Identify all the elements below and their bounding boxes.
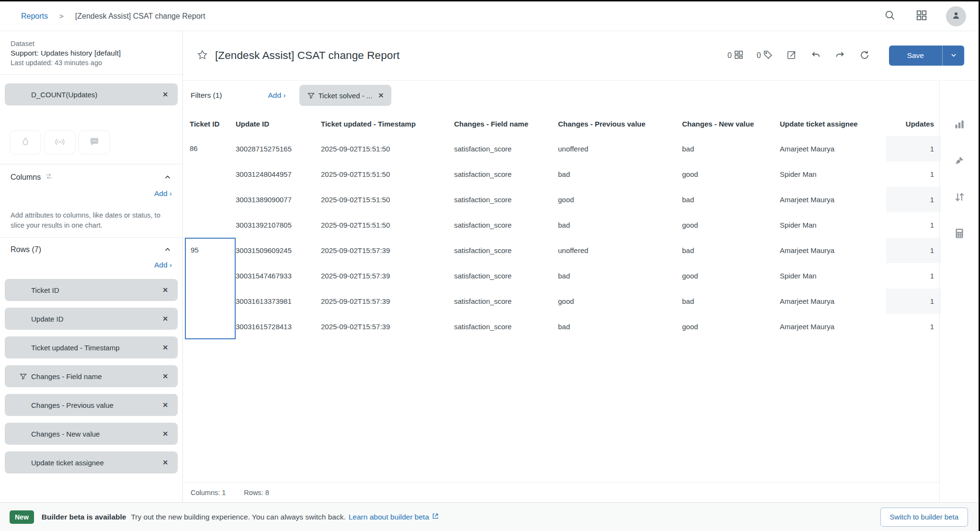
cell-timestamp[interactable]: 2025-09-02T15:51:50 xyxy=(321,162,454,187)
favorite-button[interactable] xyxy=(196,49,208,62)
cell-assignee[interactable]: Amarjeet Maurya xyxy=(780,187,886,212)
cell-update-id[interactable]: 30031613373981 xyxy=(236,289,321,314)
cell-updates[interactable]: 1 xyxy=(886,162,941,187)
remove-ticket-solved-button[interactable]: ✕ xyxy=(378,92,384,99)
apps-grid-button[interactable] xyxy=(914,8,929,24)
cell-previous-value[interactable]: bad xyxy=(558,314,682,339)
breadcrumb-reports-link[interactable]: Reports xyxy=(21,12,48,21)
remove-update-ticket-assignee-button[interactable]: ✕ xyxy=(162,459,168,466)
chip-changes-new-value[interactable]: Changes - New value ✕ xyxy=(5,423,178,445)
chip-ticket-solved[interactable]: Ticket solved - ... ✕ xyxy=(299,85,392,106)
cell-updates[interactable]: 1 xyxy=(886,238,941,263)
cell-assignee[interactable]: Amarjeet Maurya xyxy=(780,238,886,263)
chip-ticket-updated-timestamp[interactable]: Ticket updated - Timestamp ✕ xyxy=(5,336,178,358)
cell-updates[interactable]: 1 xyxy=(886,136,941,162)
cell-new-value[interactable]: bad xyxy=(682,238,780,263)
remove-changes-previous-value-button[interactable]: ✕ xyxy=(162,402,168,408)
learn-builder-beta-link[interactable]: Learn about builder beta xyxy=(349,512,439,522)
cell-timestamp[interactable]: 2025-09-02T15:51:50 xyxy=(321,187,454,212)
columns-add-link[interactable]: Add › xyxy=(154,189,172,198)
dashboards-count-button[interactable]: 0 xyxy=(728,49,744,62)
remove-changes-new-value-button[interactable]: ✕ xyxy=(162,430,168,437)
remove-ticket-id-button[interactable]: ✕ xyxy=(162,287,168,293)
tags-count-button[interactable]: 0 xyxy=(757,49,773,62)
calculations-button[interactable] xyxy=(952,226,967,242)
cell-new-value[interactable]: bad xyxy=(682,136,780,162)
remove-update-id-button[interactable]: ✕ xyxy=(162,315,168,322)
cell-update-id[interactable]: 30028715275165 xyxy=(236,136,321,162)
switch-to-builder-beta-button[interactable]: Switch to builder beta xyxy=(880,508,968,527)
remove-d-count-updates-button[interactable]: ✕ xyxy=(162,91,168,98)
remove-ticket-updated-timestamp-button[interactable]: ✕ xyxy=(162,344,168,351)
cell-assignee[interactable]: Spider Man xyxy=(780,162,886,187)
cell-field-name[interactable]: satisfaction_score xyxy=(454,162,558,187)
search-button[interactable] xyxy=(883,8,897,24)
cell-timestamp[interactable]: 2025-09-02T15:51:50 xyxy=(321,136,454,162)
chip-ticket-id[interactable]: Ticket ID ✕ xyxy=(5,279,178,301)
cell-previous-value[interactable]: bad xyxy=(558,162,682,187)
cell-field-name[interactable]: satisfaction_score xyxy=(454,289,558,314)
cell-update-id[interactable]: 30031547467933 xyxy=(236,263,321,289)
cell-assignee[interactable]: Spider Man xyxy=(780,212,886,238)
remove-changes-field-name-button[interactable]: ✕ xyxy=(162,373,168,380)
edit-button[interactable] xyxy=(786,49,797,62)
filters-add-link[interactable]: Add › xyxy=(268,91,285,100)
cell-previous-value[interactable]: unoffered xyxy=(558,238,682,263)
cell-assignee[interactable]: Amarjeet Maurya xyxy=(780,314,886,339)
cell-timestamp[interactable]: 2025-09-02T15:57:39 xyxy=(321,314,454,339)
cell-new-value[interactable]: bad xyxy=(682,187,780,212)
cell-field-name[interactable]: satisfaction_score xyxy=(454,238,558,263)
cell-updates[interactable]: 1 xyxy=(886,314,941,339)
cell-new-value[interactable]: good xyxy=(682,212,780,238)
cell-field-name[interactable]: satisfaction_score xyxy=(454,314,558,339)
cell-previous-value[interactable]: bad xyxy=(558,212,682,238)
user-avatar[interactable] xyxy=(946,6,966,26)
cell-update-id[interactable]: 30031615728413 xyxy=(236,314,321,339)
cell-updates[interactable]: 1 xyxy=(886,187,941,212)
cell-timestamp[interactable]: 2025-09-02T15:57:39 xyxy=(321,238,454,263)
cell-previous-value[interactable]: unoffered xyxy=(558,136,682,162)
comment-tool-button[interactable] xyxy=(79,130,110,154)
chip-update-id[interactable]: Update ID ✕ xyxy=(5,308,178,330)
cell-ticket-id-95[interactable]: 95 xyxy=(185,238,236,339)
cell-update-id[interactable]: 30031389090077 xyxy=(236,187,321,212)
cell-new-value[interactable]: bad xyxy=(682,289,780,314)
save-options-button[interactable] xyxy=(942,46,964,66)
cell-updates[interactable]: 1 xyxy=(886,212,941,238)
cell-new-value[interactable]: good xyxy=(682,314,780,339)
sort-button[interactable] xyxy=(952,190,967,206)
cell-updates[interactable]: 1 xyxy=(886,289,941,314)
collapse-columns-chevron-icon[interactable] xyxy=(163,173,172,182)
cell-field-name[interactable]: satisfaction_score xyxy=(454,187,558,212)
chip-changes-field-name[interactable]: Changes - Field name ✕ xyxy=(5,365,178,387)
chart-style-button[interactable] xyxy=(952,153,967,169)
cell-field-name[interactable]: satisfaction_score xyxy=(454,136,558,162)
cell-ticket-id-86[interactable]: 86 xyxy=(190,136,236,238)
cell-previous-value[interactable]: bad xyxy=(558,263,682,289)
redo-button[interactable] xyxy=(834,49,846,62)
drop-tool-button[interactable] xyxy=(10,130,41,154)
cell-previous-value[interactable]: good xyxy=(558,187,682,212)
cell-update-id[interactable]: 30031248044957 xyxy=(236,162,321,187)
cell-update-id[interactable]: 30031509609245 xyxy=(236,238,321,263)
undo-button[interactable] xyxy=(810,49,821,62)
cell-timestamp[interactable]: 2025-09-02T15:57:39 xyxy=(321,263,454,289)
cell-timestamp[interactable]: 2025-09-02T15:57:39 xyxy=(321,289,454,314)
cell-field-name[interactable]: satisfaction_score xyxy=(454,263,558,289)
collapse-rows-chevron-icon[interactable] xyxy=(163,245,172,254)
chip-d-count-updates[interactable]: D_COUNT(Updates) ✕ xyxy=(5,83,178,105)
cell-previous-value[interactable]: good xyxy=(558,289,682,314)
cell-timestamp[interactable]: 2025-09-02T15:51:50 xyxy=(321,212,454,238)
cell-assignee[interactable]: Amarjeet Maurya xyxy=(780,136,886,162)
cell-field-name[interactable]: satisfaction_score xyxy=(454,212,558,238)
rows-add-link[interactable]: Add › xyxy=(154,261,172,269)
cell-assignee[interactable]: Amarjeet Maurya xyxy=(780,289,886,314)
chart-type-button[interactable] xyxy=(952,117,967,133)
chip-update-ticket-assignee[interactable]: Update ticket assignee ✕ xyxy=(5,451,178,473)
chip-changes-previous-value[interactable]: Changes - Previous value ✕ xyxy=(5,394,178,416)
refresh-button[interactable] xyxy=(859,49,870,62)
cell-updates[interactable]: 1 xyxy=(886,263,941,289)
cell-new-value[interactable]: good xyxy=(682,263,780,289)
cell-assignee[interactable]: Spider Man xyxy=(780,263,886,289)
save-button[interactable]: Save xyxy=(889,46,942,66)
